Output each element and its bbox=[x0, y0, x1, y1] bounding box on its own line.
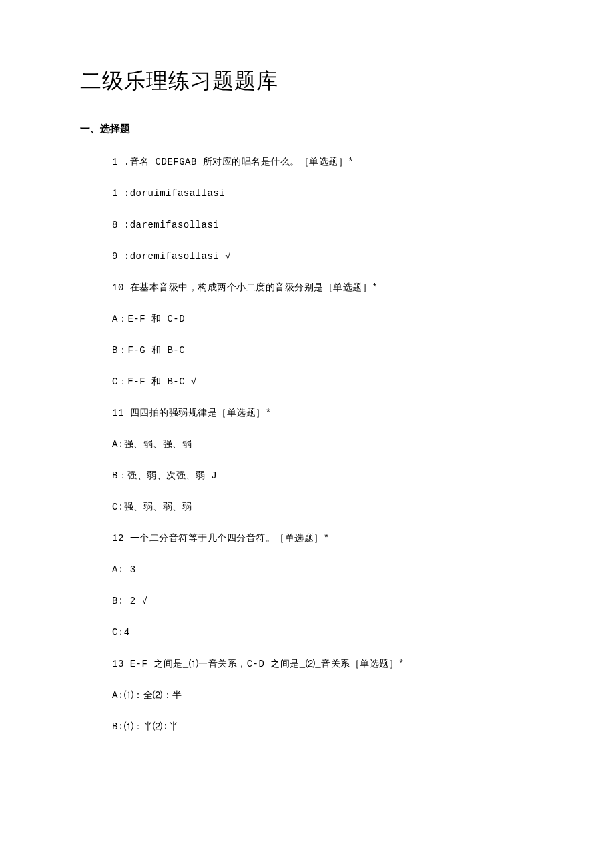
question-text: 10 在基本音级中，构成两个小二度的音级分别是［单选题］* bbox=[112, 281, 534, 295]
option-text: C:4 bbox=[112, 626, 534, 640]
page-title: 二级乐理练习题题库 bbox=[80, 67, 534, 96]
option-text: 1 :doruimifasallasi bbox=[112, 187, 534, 201]
question-text: 11 四四拍的强弱规律是［单选题］* bbox=[112, 406, 534, 420]
option-text: 8 :daremifasollasi bbox=[112, 218, 534, 232]
question-text: 1 .音名 CDEFGAB 所对应的唱名是什么。［单选题］* bbox=[112, 155, 534, 169]
question-text: 12 一个二分音符等于几个四分音符。［单选题］* bbox=[112, 532, 534, 546]
option-text: B:⑴：半⑵:半 bbox=[112, 720, 534, 734]
option-text: B：F-G 和 B-C bbox=[112, 344, 534, 358]
option-text: A:强、弱、强、弱 bbox=[112, 438, 534, 452]
question-block: 1 .音名 CDEFGAB 所对应的唱名是什么。［单选题］* 1 :doruim… bbox=[80, 155, 534, 734]
option-text: A: 3 bbox=[112, 563, 534, 577]
section-heading: 一、选择题 bbox=[80, 123, 534, 135]
question-text: 13 E-F 之间是_⑴一音关系，C-D 之间是_⑵_音关系［单选题］* bbox=[112, 657, 534, 671]
option-text: C:强、弱、弱、弱 bbox=[112, 500, 534, 514]
option-text: 9 :doremifasollasi √ bbox=[112, 250, 534, 264]
option-text: B：强、弱、次强、弱 J bbox=[112, 469, 534, 483]
option-text: B: 2 √ bbox=[112, 594, 534, 608]
option-text: C：E-F 和 B-C √ bbox=[112, 375, 534, 389]
option-text: A:⑴：全⑵：半 bbox=[112, 689, 534, 703]
option-text: A：E-F 和 C-D bbox=[112, 312, 534, 326]
